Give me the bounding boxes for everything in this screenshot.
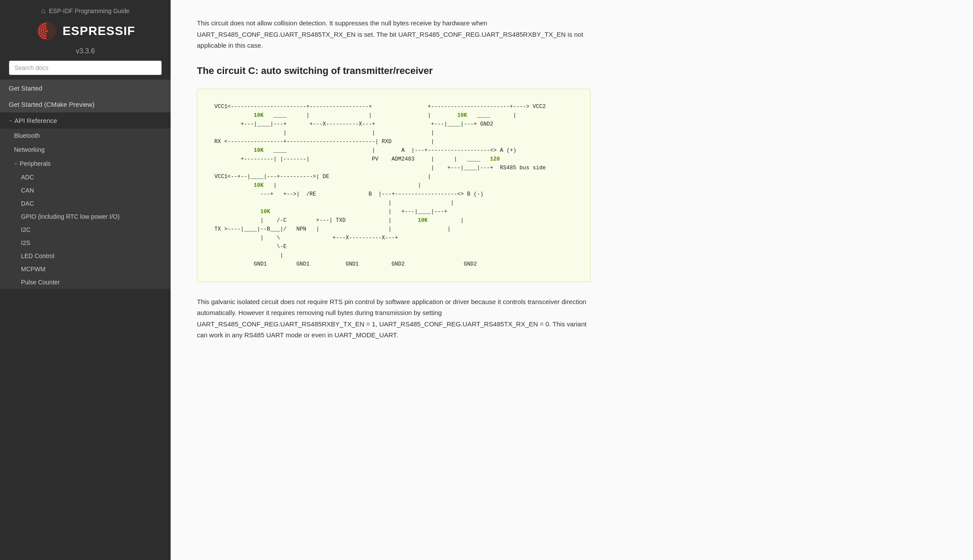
logo-area: ESPRESSIF: [9, 20, 162, 42]
api-reference-section-header[interactable]: − API Reference: [0, 112, 171, 129]
nav-link-networking[interactable]: Networking: [0, 143, 171, 157]
peripherals-section-header[interactable]: − Peripherals: [0, 157, 171, 171]
nav-link-dac[interactable]: DAC: [0, 197, 171, 210]
espressif-logo-icon: [35, 20, 57, 42]
circuit-pre: VCC1<-----------------------+-----------…: [208, 102, 580, 269]
nav-item-can: CAN: [0, 184, 171, 197]
home-icon: ⌂: [41, 7, 46, 15]
intro-paragraph: This circuit does not allow collision de…: [197, 18, 591, 51]
nav-item-dac: DAC: [0, 197, 171, 210]
nav-item-i2c: I2C: [0, 223, 171, 236]
nav-item-pulse-counter: Pulse Counter: [0, 276, 171, 289]
nav-link-get-started-cmake[interactable]: Get Started (CMake Preview): [0, 96, 171, 112]
nav-item-mcpwm: MCPWM: [0, 262, 171, 276]
nav-item-adc: ADC: [0, 171, 171, 184]
nav-link-bluetooth[interactable]: Bluetooth: [0, 129, 171, 143]
nav-item-bluetooth: Bluetooth: [0, 129, 171, 143]
main-content: This circuit does not allow collision de…: [171, 0, 973, 560]
peripherals-toggle-icon: −: [14, 161, 17, 167]
peripherals-list: ADC CAN DAC GPIO (including RTC low powe…: [0, 171, 171, 289]
peripherals-label: Peripherals: [20, 160, 51, 167]
home-label: ESP-IDF Programming Guide: [49, 7, 130, 14]
api-reference-list: Bluetooth Networking − Peripherals ADC C…: [0, 129, 171, 289]
nav-link-i2c[interactable]: I2C: [0, 223, 171, 236]
top-nav-list: Get Started Get Started (CMake Preview): [0, 80, 171, 112]
version-badge: v3.3.6: [9, 47, 162, 55]
home-link[interactable]: ⌂ ESP-IDF Programming Guide: [9, 7, 162, 15]
circuit-diagram: VCC1<-----------------------+-----------…: [197, 89, 591, 282]
section-heading: The circuit C: auto switching of transmi…: [197, 65, 591, 77]
nav-item-get-started: Get Started: [0, 80, 171, 96]
nav-item-networking: Networking: [0, 143, 171, 157]
espressif-brand-name: ESPRESSIF: [63, 24, 135, 38]
nav-item-get-started-cmake: Get Started (CMake Preview): [0, 96, 171, 112]
outro-paragraph: This galvanic isolated circuit does not …: [197, 296, 591, 341]
api-reference-toggle-icon: −: [9, 118, 12, 124]
svg-point-1: [45, 30, 48, 32]
nav-item-led-control: LED Control: [0, 249, 171, 262]
nav-item-gpio: GPIO (including RTC low power I/O): [0, 210, 171, 223]
nav-link-led-control[interactable]: LED Control: [0, 249, 171, 262]
sidebar: ⌂ ESP-IDF Programming Guide ESPRESSIF v3…: [0, 0, 171, 560]
nav-link-i2s[interactable]: I2S: [0, 236, 171, 249]
nav-link-mcpwm[interactable]: MCPWM: [0, 262, 171, 276]
nav-link-pulse-counter[interactable]: Pulse Counter: [0, 276, 171, 289]
sidebar-header: ⌂ ESP-IDF Programming Guide ESPRESSIF v3…: [0, 0, 171, 80]
content-area: This circuit does not allow collision de…: [197, 18, 591, 341]
nav-item-i2s: I2S: [0, 236, 171, 249]
search-input[interactable]: [9, 60, 162, 75]
api-reference-label: API Reference: [14, 117, 57, 124]
nav-link-adc[interactable]: ADC: [0, 171, 171, 184]
nav-link-get-started[interactable]: Get Started: [0, 80, 171, 96]
nav-item-peripherals: − Peripherals ADC CAN DAC GPIO (includin…: [0, 157, 171, 289]
nav-link-gpio[interactable]: GPIO (including RTC low power I/O): [0, 210, 171, 223]
nav-link-can[interactable]: CAN: [0, 184, 171, 197]
